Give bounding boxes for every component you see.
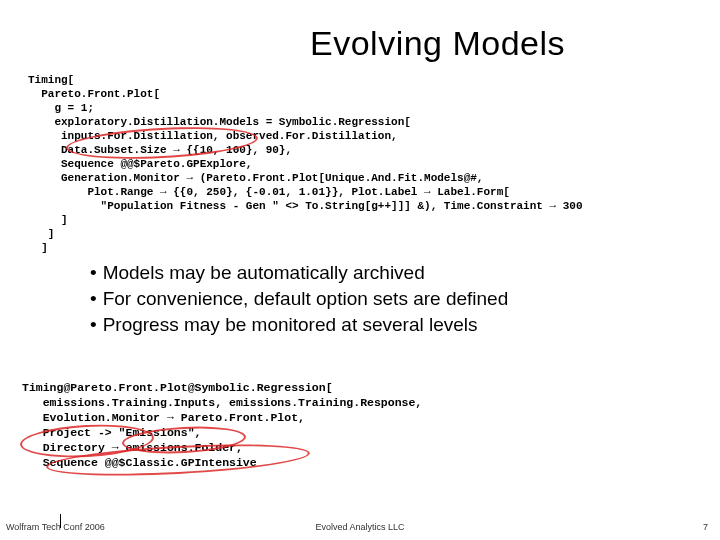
footer-center: Evolved Analytics LLC (0, 522, 720, 532)
code-block-1: Timing[ Pareto.Front.Plot[ g = 1; explor… (28, 73, 583, 255)
tick-mark (60, 514, 61, 528)
slide: Evolving Models Timing[ Pareto.Front.Plo… (0, 0, 720, 540)
bullet-text: For convenience, default option sets are… (103, 288, 509, 309)
bullet-list: •Models may be automatically archived •F… (90, 260, 650, 338)
code-block-2: Timing@Pareto.Front.Plot@Symbolic.Regres… (22, 380, 422, 470)
bullet-item: •Progress may be monitored at several le… (90, 312, 650, 338)
bullet-item: •For convenience, default option sets ar… (90, 286, 650, 312)
bullet-text: Progress may be monitored at several lev… (103, 314, 478, 335)
bullet-item: •Models may be automatically archived (90, 260, 650, 286)
slide-title: Evolving Models (310, 24, 565, 63)
footer-page-number: 7 (703, 522, 708, 532)
bullet-text: Models may be automatically archived (103, 262, 425, 283)
